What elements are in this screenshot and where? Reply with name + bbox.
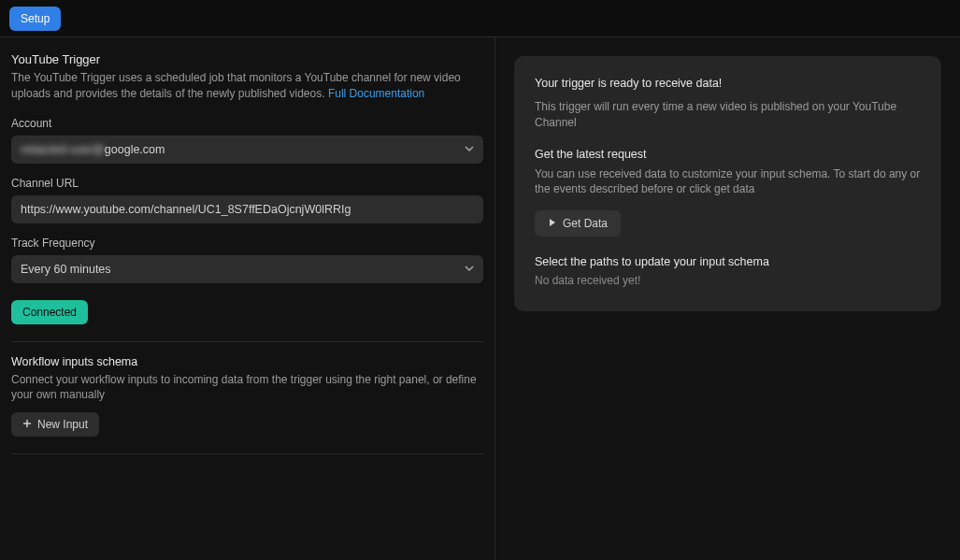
get-data-label: Get Data bbox=[563, 217, 608, 230]
topbar: Setup bbox=[0, 0, 960, 37]
account-value-visible: google.com bbox=[105, 143, 165, 156]
track-frequency-select[interactable]: Every 60 minutes bbox=[11, 255, 483, 283]
setup-button[interactable]: Setup bbox=[9, 7, 61, 31]
chevron-down-icon bbox=[465, 263, 474, 276]
latest-request-heading: Get the latest request bbox=[535, 148, 921, 161]
trigger-title: YouTube Trigger bbox=[11, 52, 483, 66]
plus-icon bbox=[22, 418, 32, 431]
account-label: Account bbox=[11, 117, 483, 130]
schema-paths-heading: Select the paths to update your input sc… bbox=[535, 255, 921, 268]
workflow-inputs-description: Connect your workflow inputs to incoming… bbox=[11, 372, 483, 404]
trigger-description: The YouTube Trigger uses a scheduled job… bbox=[11, 70, 483, 102]
channel-url-label: Channel URL bbox=[11, 177, 483, 190]
account-select[interactable]: redacted-user@google.com bbox=[11, 136, 483, 164]
right-card: Your trigger is ready to receive data! T… bbox=[514, 56, 941, 311]
main-area: YouTube Trigger The YouTube Trigger uses… bbox=[0, 37, 960, 560]
latest-request-text: You can use received data to customize y… bbox=[535, 166, 921, 198]
channel-url-value: https://www.youtube.com/channel/UC1_8S7f… bbox=[21, 203, 351, 216]
new-input-button[interactable]: New Input bbox=[11, 412, 99, 437]
channel-url-input[interactable]: https://www.youtube.com/channel/UC1_8S7f… bbox=[11, 195, 483, 223]
full-documentation-link[interactable]: Full Documentation bbox=[328, 87, 424, 100]
play-icon bbox=[548, 217, 557, 230]
ready-heading: Your trigger is ready to receive data! bbox=[535, 77, 921, 90]
right-pane: Your trigger is ready to receive data! T… bbox=[495, 37, 960, 560]
left-pane: YouTube Trigger The YouTube Trigger uses… bbox=[0, 37, 495, 560]
no-data-text: No data received yet! bbox=[535, 274, 921, 287]
workflow-inputs-title: Workflow inputs schema bbox=[11, 355, 483, 368]
connected-button[interactable]: Connected bbox=[11, 300, 88, 324]
new-input-label: New Input bbox=[37, 418, 88, 431]
chevron-down-icon bbox=[465, 143, 474, 156]
account-value-hidden: redacted-user@ bbox=[21, 143, 105, 156]
track-frequency-value: Every 60 minutes bbox=[21, 263, 111, 276]
divider bbox=[11, 341, 483, 342]
get-data-button[interactable]: Get Data bbox=[535, 210, 621, 237]
track-frequency-label: Track Frequency bbox=[11, 237, 483, 250]
ready-text: This trigger will run every time a new v… bbox=[535, 99, 921, 131]
account-value: redacted-user@google.com bbox=[21, 143, 165, 156]
divider bbox=[11, 453, 483, 454]
